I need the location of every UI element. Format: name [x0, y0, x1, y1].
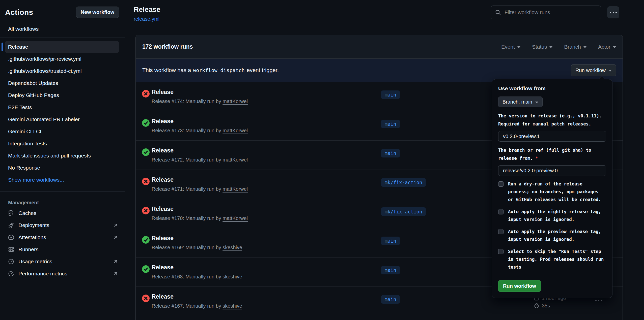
- run-title[interactable]: Release: [152, 293, 174, 300]
- sidebar-item-release[interactable]: Release: [5, 41, 119, 53]
- actor-link[interactable]: mattKorwel: [222, 186, 248, 192]
- chevron-down-icon: [613, 46, 616, 48]
- branch-badge[interactable]: main: [381, 149, 400, 157]
- sidebar-item-attestations[interactable]: Attestations: [0, 231, 125, 243]
- checkbox-label: Run a dry-run of the release process; no…: [508, 180, 604, 204]
- page-title: Actions: [5, 8, 33, 17]
- run-description: Release #168: Manually run by skeshive: [152, 274, 242, 280]
- chevron-down-icon: [549, 46, 552, 48]
- branch-badge[interactable]: main: [381, 266, 400, 274]
- sidebar-item-deploy-github-pages[interactable]: Deploy GitHub Pages: [5, 89, 119, 101]
- popover-checkbox-row: Auto apply the nightly release tag, inpu…: [498, 208, 606, 223]
- branch-badge[interactable]: main: [381, 295, 400, 304]
- banner-text: event trigger.: [247, 67, 279, 74]
- workflow-item-label: E2E Tests: [8, 104, 32, 110]
- sidebar-item-runners[interactable]: Runners: [0, 243, 125, 255]
- field-description: The branch or ref (full git sha) to rele…: [498, 146, 607, 162]
- filter-workflow-runs-input[interactable]: [504, 9, 597, 16]
- run-title[interactable]: Release: [152, 147, 174, 154]
- new-workflow-button[interactable]: New workflow: [76, 7, 119, 18]
- branch-badge[interactable]: main: [381, 90, 400, 99]
- sidebar-item-all-workflows[interactable]: All workflows: [0, 18, 125, 32]
- run-description: Release #167: Manually run by skeshive: [152, 303, 242, 309]
- run-title[interactable]: Release: [152, 206, 174, 212]
- popover-checkboxes: Run a dry-run of the release process; no…: [498, 180, 606, 271]
- sidebar-item-mark-stale-issues-and-pull-requests[interactable]: Mark stale issues and pull requests: [5, 150, 119, 162]
- sidebar-item--github-workflows-pr-review-yml[interactable]: .github/workflows/pr-review.yml: [5, 53, 119, 65]
- workflow-item-label: Gemini CLI CI: [8, 129, 41, 135]
- checkbox[interactable]: [498, 229, 503, 234]
- sidebar-item-usage-metrics[interactable]: Usage metrics: [0, 255, 125, 268]
- check-circle-fill-icon: [142, 119, 150, 127]
- workflow-file-link[interactable]: release.yml: [134, 16, 159, 22]
- checkbox[interactable]: [498, 181, 503, 187]
- checkbox[interactable]: [498, 249, 503, 254]
- actor-link[interactable]: mattKorwel: [222, 99, 248, 104]
- show-more-workflows-link[interactable]: Show more workflows...: [0, 174, 125, 186]
- run-title[interactable]: Release: [152, 176, 174, 183]
- stopwatch-icon: [534, 303, 539, 308]
- branch-select-button[interactable]: Branch: main: [498, 97, 543, 107]
- sidebar-item-e2e-tests[interactable]: E2E Tests: [5, 101, 119, 113]
- filter-actor[interactable]: Actor: [598, 44, 616, 50]
- sidebar-item-deployments[interactable]: Deployments: [0, 219, 125, 231]
- workflow-options-kebab-button[interactable]: [607, 6, 619, 18]
- actor-link[interactable]: skeshive: [222, 303, 242, 309]
- filter-event[interactable]: Event: [501, 44, 520, 50]
- search-icon: [495, 9, 501, 15]
- branch-badge[interactable]: main: [381, 120, 400, 128]
- kebab-icon: [610, 12, 611, 13]
- sidebar-item-no-response[interactable]: No Response: [5, 162, 119, 174]
- run-workflow-submit-button[interactable]: Run workflow: [498, 280, 541, 292]
- check-circle-fill-icon: [142, 265, 150, 273]
- workflow-item-label: .github/workflows/trusted-ci.yml: [8, 68, 82, 74]
- workflow-list: Release .github/workflows/pr-review.yml …: [0, 41, 125, 174]
- run-workflow-dropdown-button[interactable]: Run workflow: [571, 64, 616, 76]
- branch-badge[interactable]: mk/fix-action: [381, 207, 426, 216]
- field-description: The version to release (e.g., v0.1.11). …: [498, 112, 607, 128]
- sidebar-item-integration-tests[interactable]: Integration Tests: [5, 138, 119, 150]
- popover-field: The branch or ref (full git sha) to rele…: [498, 146, 606, 176]
- field-input[interactable]: [498, 165, 606, 176]
- checkbox[interactable]: [498, 209, 503, 214]
- management-item-label: Attestations: [18, 234, 46, 240]
- run-title[interactable]: Release: [152, 264, 174, 271]
- popover-checkbox-row: Auto apply the preview release tag, inpu…: [498, 228, 606, 243]
- actor-link[interactable]: skeshive: [222, 274, 242, 279]
- management-item-label: Usage metrics: [18, 259, 52, 265]
- actor-link[interactable]: mattKorwel: [222, 215, 248, 221]
- filter-status[interactable]: Status: [532, 44, 553, 50]
- workflow-item-label: Release: [8, 44, 28, 50]
- actor-link[interactable]: mattKorwel: [222, 157, 248, 163]
- run-title[interactable]: Release: [152, 118, 174, 125]
- run-title[interactable]: Release: [152, 89, 174, 95]
- field-input[interactable]: [498, 131, 606, 142]
- workflow-item-label: Deploy GitHub Pages: [8, 92, 59, 98]
- sidebar-item-dependabot-updates[interactable]: Dependabot Updates: [5, 77, 119, 89]
- popover-checkbox-row: Select to skip the "Run Tests" step in t…: [498, 248, 606, 271]
- banner-text: This workflow has a: [142, 67, 191, 74]
- branch-badge[interactable]: main: [381, 237, 400, 245]
- sidebar-item-caches[interactable]: Caches: [0, 207, 125, 219]
- actor-link[interactable]: mattKorwel: [222, 128, 248, 133]
- workflow-item-label: Mark stale issues and pull requests: [8, 153, 91, 159]
- chevron-down-icon: [535, 102, 538, 103]
- branch-badge[interactable]: mk/fix-action: [381, 178, 426, 187]
- filter-branch[interactable]: Branch: [564, 44, 586, 50]
- actor-link[interactable]: skeshive: [222, 245, 242, 250]
- x-circle-fill-icon: [142, 207, 150, 214]
- run-title[interactable]: Release: [152, 235, 174, 242]
- run-options-kebab-button[interactable]: [593, 297, 605, 304]
- run-description: Release #169: Manually run by skeshive: [152, 245, 242, 250]
- x-circle-fill-icon: [142, 295, 150, 302]
- management-item-label: Caches: [18, 210, 36, 216]
- main-header: Release release.yml: [125, 0, 644, 22]
- sidebar-item-gemini-automated-pr-labeler[interactable]: Gemini Automated PR Labeler: [5, 113, 119, 125]
- sidebar-item-gemini-cli-ci[interactable]: Gemini CLI CI: [5, 125, 119, 138]
- sidebar-item--github-workflows-trusted-ci-yml[interactable]: .github/workflows/trusted-ci.yml: [5, 65, 119, 77]
- actions-page: Actions New workflow All workflows Relea…: [0, 0, 644, 320]
- sidebar-item-performance-metrics[interactable]: Performance metrics: [0, 268, 125, 280]
- popover-title: Use workflow from: [498, 85, 606, 91]
- run-description: Release #172: Manually run by mattKorwel: [152, 157, 248, 163]
- meter-icon: [8, 259, 14, 265]
